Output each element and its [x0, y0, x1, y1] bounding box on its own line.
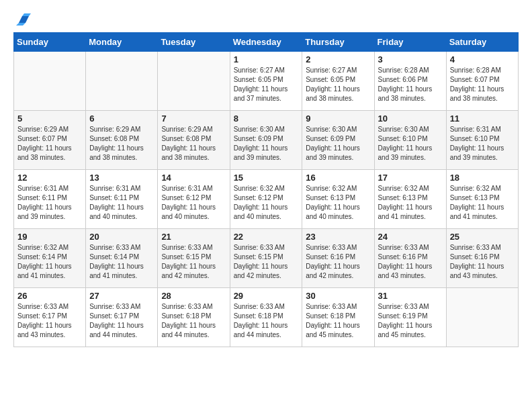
- day-number: 27: [89, 291, 154, 301]
- calendar-header-row: SundayMondayTuesdayWednesdayThursdayFrid…: [14, 33, 519, 52]
- calendar-cell: [158, 52, 230, 111]
- day-info: Sunrise: 6:29 AM Sunset: 6:07 PM Dayligh…: [17, 125, 82, 163]
- day-number: 12: [17, 173, 82, 183]
- calendar-cell: 23Sunrise: 6:33 AM Sunset: 6:16 PM Dayli…: [302, 229, 374, 288]
- week-row-1: 1Sunrise: 6:27 AM Sunset: 6:05 PM Daylig…: [14, 52, 519, 111]
- day-info: Sunrise: 6:33 AM Sunset: 6:16 PM Dayligh…: [306, 243, 370, 281]
- calendar-cell: 11Sunrise: 6:31 AM Sunset: 6:10 PM Dayli…: [446, 111, 518, 170]
- day-info: Sunrise: 6:31 AM Sunset: 6:10 PM Dayligh…: [450, 125, 515, 163]
- day-number: 22: [234, 232, 299, 242]
- day-number: 16: [306, 173, 370, 183]
- header-thursday: Thursday: [302, 33, 374, 52]
- day-info: Sunrise: 6:32 AM Sunset: 6:13 PM Dayligh…: [306, 184, 370, 222]
- day-info: Sunrise: 6:29 AM Sunset: 6:08 PM Dayligh…: [89, 125, 154, 163]
- calendar-cell: 13Sunrise: 6:31 AM Sunset: 6:11 PM Dayli…: [86, 170, 158, 229]
- calendar-cell: 3Sunrise: 6:28 AM Sunset: 6:06 PM Daylig…: [374, 52, 446, 111]
- header-saturday: Saturday: [446, 33, 518, 52]
- day-info: Sunrise: 6:30 AM Sunset: 6:09 PM Dayligh…: [234, 125, 299, 163]
- day-number: 29: [234, 291, 299, 301]
- logo: [13, 13, 32, 26]
- day-info: Sunrise: 6:31 AM Sunset: 6:12 PM Dayligh…: [161, 184, 226, 222]
- calendar-cell: 19Sunrise: 6:32 AM Sunset: 6:14 PM Dayli…: [14, 229, 86, 288]
- day-number: 7: [161, 113, 226, 124]
- day-info: Sunrise: 6:33 AM Sunset: 6:15 PM Dayligh…: [161, 243, 226, 281]
- day-number: 21: [161, 232, 226, 242]
- calendar-cell: [14, 52, 86, 111]
- week-row-5: 26Sunrise: 6:33 AM Sunset: 6:17 PM Dayli…: [14, 288, 519, 347]
- svg-marker-2: [16, 23, 26, 26]
- day-info: Sunrise: 6:33 AM Sunset: 6:19 PM Dayligh…: [378, 302, 443, 340]
- day-number: 6: [89, 113, 154, 124]
- day-info: Sunrise: 6:30 AM Sunset: 6:09 PM Dayligh…: [306, 125, 370, 163]
- calendar: SundayMondayTuesdayWednesdayThursdayFrid…: [13, 32, 519, 347]
- day-info: Sunrise: 6:33 AM Sunset: 6:14 PM Dayligh…: [89, 243, 154, 281]
- calendar-cell: 30Sunrise: 6:33 AM Sunset: 6:18 PM Dayli…: [302, 288, 374, 347]
- day-number: 20: [89, 232, 154, 242]
- day-info: Sunrise: 6:30 AM Sunset: 6:10 PM Dayligh…: [378, 125, 443, 163]
- day-number: 30: [306, 291, 370, 301]
- day-info: Sunrise: 6:32 AM Sunset: 6:13 PM Dayligh…: [450, 184, 515, 222]
- calendar-cell: 29Sunrise: 6:33 AM Sunset: 6:18 PM Dayli…: [230, 288, 302, 347]
- calendar-cell: 4Sunrise: 6:28 AM Sunset: 6:07 PM Daylig…: [446, 52, 518, 111]
- day-info: Sunrise: 6:33 AM Sunset: 6:17 PM Dayligh…: [17, 302, 82, 340]
- header-sunday: Sunday: [14, 33, 86, 52]
- day-info: Sunrise: 6:28 AM Sunset: 6:06 PM Dayligh…: [378, 66, 443, 103]
- day-info: Sunrise: 6:32 AM Sunset: 6:13 PM Dayligh…: [378, 184, 443, 222]
- calendar-cell: 5Sunrise: 6:29 AM Sunset: 6:07 PM Daylig…: [14, 111, 86, 170]
- day-number: 4: [450, 54, 515, 64]
- svg-marker-0: [19, 16, 29, 23]
- day-info: Sunrise: 6:32 AM Sunset: 6:14 PM Dayligh…: [17, 243, 82, 281]
- day-number: 26: [17, 291, 82, 301]
- calendar-cell: 14Sunrise: 6:31 AM Sunset: 6:12 PM Dayli…: [158, 170, 230, 229]
- day-info: Sunrise: 6:33 AM Sunset: 6:18 PM Dayligh…: [306, 302, 370, 340]
- day-info: Sunrise: 6:28 AM Sunset: 6:07 PM Dayligh…: [450, 66, 515, 103]
- day-number: 19: [17, 232, 82, 242]
- calendar-cell: 16Sunrise: 6:32 AM Sunset: 6:13 PM Dayli…: [302, 170, 374, 229]
- day-number: 23: [306, 232, 370, 242]
- calendar-cell: 12Sunrise: 6:31 AM Sunset: 6:11 PM Dayli…: [14, 170, 86, 229]
- day-number: 3: [378, 54, 443, 64]
- calendar-cell: 17Sunrise: 6:32 AM Sunset: 6:13 PM Dayli…: [374, 170, 446, 229]
- day-number: 10: [378, 113, 443, 124]
- calendar-cell: 24Sunrise: 6:33 AM Sunset: 6:16 PM Dayli…: [374, 229, 446, 288]
- calendar-cell: 20Sunrise: 6:33 AM Sunset: 6:14 PM Dayli…: [86, 229, 158, 288]
- week-row-2: 5Sunrise: 6:29 AM Sunset: 6:07 PM Daylig…: [14, 111, 519, 170]
- day-number: 14: [161, 173, 226, 183]
- calendar-cell: 10Sunrise: 6:30 AM Sunset: 6:10 PM Dayli…: [374, 111, 446, 170]
- day-number: 24: [378, 232, 443, 242]
- header: [13, 13, 519, 26]
- calendar-cell: 8Sunrise: 6:30 AM Sunset: 6:09 PM Daylig…: [230, 111, 302, 170]
- calendar-cell: 27Sunrise: 6:33 AM Sunset: 6:17 PM Dayli…: [86, 288, 158, 347]
- day-number: 15: [234, 173, 299, 183]
- calendar-cell: 18Sunrise: 6:32 AM Sunset: 6:13 PM Dayli…: [446, 170, 518, 229]
- day-info: Sunrise: 6:33 AM Sunset: 6:16 PM Dayligh…: [378, 243, 443, 281]
- header-friday: Friday: [374, 33, 446, 52]
- calendar-cell: 28Sunrise: 6:33 AM Sunset: 6:18 PM Dayli…: [158, 288, 230, 347]
- header-wednesday: Wednesday: [230, 33, 302, 52]
- week-row-3: 12Sunrise: 6:31 AM Sunset: 6:11 PM Dayli…: [14, 170, 519, 229]
- day-number: 2: [306, 54, 370, 64]
- calendar-cell: [446, 288, 518, 347]
- calendar-cell: 25Sunrise: 6:33 AM Sunset: 6:16 PM Dayli…: [446, 229, 518, 288]
- day-info: Sunrise: 6:33 AM Sunset: 6:18 PM Dayligh…: [161, 302, 226, 340]
- day-info: Sunrise: 6:33 AM Sunset: 6:18 PM Dayligh…: [234, 302, 299, 340]
- day-info: Sunrise: 6:31 AM Sunset: 6:11 PM Dayligh…: [89, 184, 154, 222]
- calendar-cell: 26Sunrise: 6:33 AM Sunset: 6:17 PM Dayli…: [14, 288, 86, 347]
- day-info: Sunrise: 6:32 AM Sunset: 6:12 PM Dayligh…: [234, 184, 299, 222]
- day-info: Sunrise: 6:33 AM Sunset: 6:15 PM Dayligh…: [234, 243, 299, 281]
- header-monday: Monday: [86, 33, 158, 52]
- calendar-cell: 22Sunrise: 6:33 AM Sunset: 6:15 PM Dayli…: [230, 229, 302, 288]
- day-number: 13: [89, 173, 154, 183]
- calendar-cell: 1Sunrise: 6:27 AM Sunset: 6:05 PM Daylig…: [230, 52, 302, 111]
- day-info: Sunrise: 6:31 AM Sunset: 6:11 PM Dayligh…: [17, 184, 82, 222]
- day-number: 18: [450, 173, 515, 183]
- header-tuesday: Tuesday: [158, 33, 230, 52]
- calendar-cell: 15Sunrise: 6:32 AM Sunset: 6:12 PM Dayli…: [230, 170, 302, 229]
- day-number: 9: [306, 113, 370, 124]
- day-number: 8: [234, 113, 299, 124]
- day-info: Sunrise: 6:27 AM Sunset: 6:05 PM Dayligh…: [234, 66, 299, 103]
- day-number: 11: [450, 113, 515, 124]
- svg-marker-1: [22, 13, 31, 16]
- calendar-cell: 21Sunrise: 6:33 AM Sunset: 6:15 PM Dayli…: [158, 229, 230, 288]
- day-number: 31: [378, 291, 443, 301]
